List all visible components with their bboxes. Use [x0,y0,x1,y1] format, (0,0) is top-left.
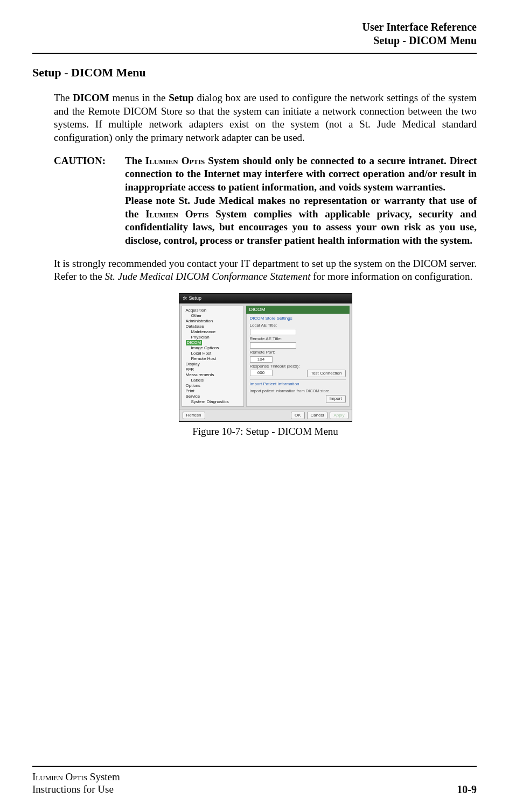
header-line-2: Setup - DICOM Menu [32,34,477,47]
text-smallcaps: Ilumien Optis [145,208,208,220]
tree-item-dicom[interactable]: DICOM [184,340,242,345]
import-button[interactable]: Import [326,395,346,403]
cancel-button[interactable]: Cancel [307,412,328,419]
figure-caption: Figure 10-7: Setup - DICOM Menu [54,425,477,439]
refresh-button[interactable]: Refresh [183,412,205,419]
caution-body: The Ilumien Optis System should only be … [125,154,477,248]
page-header: User Interface Reference Setup - DICOM M… [32,20,477,47]
intro-paragraph: The DICOM menus in the Setup dialog box … [54,91,477,145]
tree-item-image-options[interactable]: Image Options [184,345,242,351]
tree-item-maintenance[interactable]: Maintenance [184,329,242,335]
tree-item-options[interactable]: Options [184,383,242,389]
test-connection-button[interactable]: Test Connection [307,370,345,377]
local-ae-input[interactable] [250,329,296,335]
setup-tree[interactable]: Acquisition Other Administration Databas… [182,306,244,407]
group-import-patient: Import Patient Information [250,382,346,387]
group-store-settings: DICOM Store Settings [250,316,346,321]
text-smallcaps: Ilumien Optis [145,155,205,166]
panel-header: DICOM [246,306,350,314]
tree-item-print[interactable]: Print [184,389,242,394]
header-rule [32,53,477,54]
text: The [125,155,145,166]
dialog-footer: Refresh OK Cancel Apply [179,409,352,421]
remote-port-label: Remote Port: [250,350,346,355]
tree-item-service[interactable]: Service [184,394,242,399]
tree-item-measurements[interactable]: Measurements [184,372,242,378]
apply-button[interactable]: Apply [330,412,348,419]
caution-block: CAUTION: The Ilumien Optis System should… [54,154,477,248]
tree-item-display[interactable]: Display [184,362,242,367]
text-bold: DICOM [73,92,109,103]
remote-ae-input[interactable] [250,342,296,349]
dialog-title: Setup [189,295,202,302]
recommendation-paragraph: It is strongly recommended you contact y… [54,257,477,284]
tree-item-remote-host[interactable]: Remote Host [184,356,242,362]
tree-item-acquisition[interactable]: Acquisition [184,308,242,313]
tree-item-ffr[interactable]: FFR [184,367,242,372]
gear-icon: ✲ [183,296,187,301]
page-footer: Ilumien Optis System Instructions for Us… [32,771,477,796]
dicom-panel: DICOM Store Settings Local AE Title: Rem… [246,314,350,406]
text: System [87,771,120,782]
text: menus in the [109,92,169,103]
ok-button[interactable]: OK [291,412,305,419]
caution-label: CAUTION: [54,154,125,248]
response-timeout-label: Response Timeout (secs): [250,364,346,369]
text-bold: Setup [169,92,193,103]
text-italic: St. Jude Medical DICOM Conformance State… [104,271,310,282]
tree-item-system-diagnostics[interactable]: System Diagnostics [184,399,242,405]
dialog-titlebar: ✲ Setup [179,294,352,303]
tree-item-other[interactable]: Other [184,313,242,319]
tree-item-physician[interactable]: Physician [184,335,242,340]
local-ae-label: Local AE Title: [250,323,346,328]
tree-item-administration[interactable]: Administration [184,319,242,324]
setup-dialog: ✲ Setup Acquisition Other Administration… [179,293,352,422]
section-title: Setup - DICOM Menu [32,66,477,80]
page-number: 10-9 [457,783,477,796]
tree-item-local-host[interactable]: Local Host [184,351,242,356]
text-smallcaps: Ilumien Optis [32,771,87,782]
footer-rule [32,766,477,767]
remote-port-input[interactable]: 104 [250,356,273,363]
import-description: Import patient information from DICOM st… [250,389,346,394]
header-line-1: User Interface Reference [32,20,477,34]
footer-line-1: Ilumien Optis System [32,771,120,783]
separator [250,379,346,380]
figure: ✲ Setup Acquisition Other Administration… [54,293,477,439]
text: The [54,92,73,103]
tree-item-dicom-label: DICOM [186,340,203,345]
remote-ae-label: Remote AE Title: [250,336,346,342]
text: for more information on configuration. [310,271,472,282]
tree-item-labels[interactable]: Labels [184,378,242,383]
tree-item-database[interactable]: Database [184,324,242,329]
response-timeout-input[interactable]: 600 [250,370,273,376]
footer-line-2: Instructions for Use [32,783,120,796]
